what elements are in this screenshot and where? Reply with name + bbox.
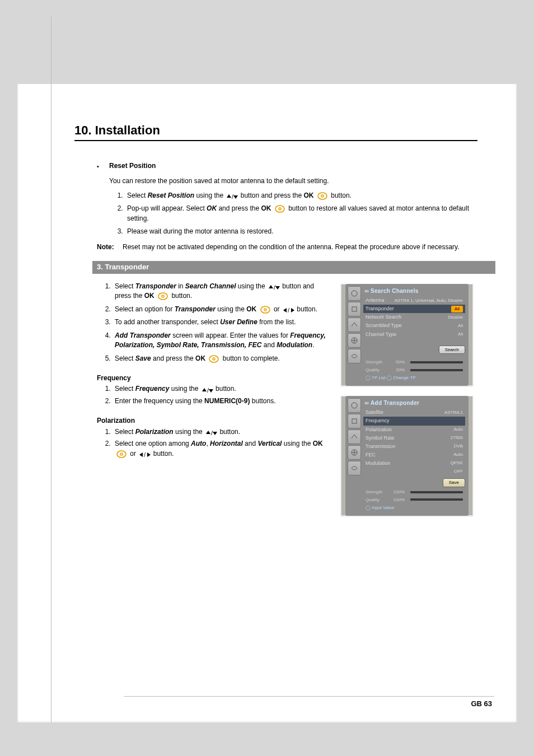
svg-point-10 [158, 293, 167, 300]
left-margin-column [17, 17, 51, 722]
meter-row: Strength 50% [363, 358, 465, 366]
svg-point-18 [213, 358, 215, 360]
osd-hint: ◯ TP List ◯ Change TP [363, 374, 465, 382]
table-row: TransponderAll [363, 305, 465, 313]
osd-title: ›››Search Channels [363, 286, 465, 297]
ok-button-icon [259, 305, 271, 314]
bullet-icon [97, 161, 109, 171]
ok-button-icon [208, 354, 220, 363]
leftright-arrow-icon: / [138, 449, 151, 459]
svg-point-25 [117, 451, 126, 458]
list-item: Pop-up will appear. Select OK and press … [125, 204, 477, 223]
osd-title: ›››Add Transponder [363, 398, 465, 409]
svg-text:/: / [232, 193, 234, 200]
list-item: Add Transponder screen will appear. Ente… [113, 331, 332, 351]
list-item: Select Polarization using the / button. [113, 427, 332, 437]
osd-search-channels: ›››Search Channels AntennaASTRA 1, Unive… [341, 284, 473, 386]
sidebar-icon [348, 430, 361, 444]
list-item: Select one option among Auto, Horizontal… [113, 439, 332, 459]
section-rule [74, 140, 477, 141]
svg-marker-0 [227, 194, 231, 198]
list-item: Select an option for Transponder using t… [113, 305, 332, 315]
svg-point-4 [321, 195, 324, 197]
bullet-label: Reset Position [109, 161, 156, 171]
sidebar-icon [348, 349, 361, 363]
table-row: Network SearchDisable [363, 313, 465, 321]
table-row: FECAuto [363, 451, 465, 459]
osd-search-button: Search [439, 346, 465, 354]
list-item: Select Transponder in Search Channel usi… [113, 282, 332, 301]
svg-marker-9 [275, 286, 280, 290]
sidebar-icon [348, 414, 361, 428]
table-row: Channel TypeAll [363, 330, 465, 339]
svg-marker-24 [213, 432, 217, 435]
note-block: Note: Reset may not be activated dependi… [97, 242, 477, 252]
updown-arrow-icon: / [205, 427, 217, 437]
svg-point-11 [162, 295, 164, 297]
svg-text:/: / [274, 284, 276, 291]
svg-point-17 [209, 356, 218, 362]
svg-point-3 [318, 193, 327, 199]
osd-hint: ◯ Input Value [363, 503, 465, 512]
bullet-reset-position: Reset Position [97, 161, 477, 171]
osd-add-transponder: ›››Add Transponder SatelliteASTRA 1 Freq… [341, 396, 473, 516]
svg-text:/: / [288, 307, 290, 314]
frequency-heading: Frequency [97, 374, 332, 383]
svg-point-6 [279, 208, 281, 210]
svg-marker-21 [209, 389, 213, 393]
svg-point-5 [275, 206, 284, 212]
section-title: 10. Installation [74, 88, 494, 138]
list-item: Select Reset Position using the / button… [125, 191, 477, 201]
svg-marker-7 [269, 285, 273, 288]
table-row: PolarizationAuto [363, 426, 465, 434]
list-item: Select Frequency using the / button. [113, 384, 332, 394]
table-row: Symbol Rate27500 [363, 434, 465, 442]
meter-row: Quality 100% [363, 496, 465, 504]
sidebar-icon [348, 445, 361, 460]
updown-arrow-icon: / [226, 191, 238, 200]
ok-button-icon [316, 191, 329, 200]
page-number: GB 63 [471, 699, 492, 708]
svg-marker-14 [283, 308, 287, 312]
table-row: TransmissionDVB [363, 442, 465, 451]
updown-arrow-icon: / [268, 282, 280, 291]
table-row: SatelliteASTRA 1 [363, 408, 465, 417]
sidebar-icon [348, 461, 361, 475]
svg-text:/: / [211, 430, 213, 436]
svg-marker-2 [233, 195, 238, 199]
svg-point-26 [120, 453, 123, 455]
reset-intro: You can restore the position saved at mo… [109, 176, 477, 186]
table-row: AntennaASTRA 1, Universal, Auto, Disable [363, 296, 465, 305]
sidebar-icon [348, 398, 361, 413]
table-row: Frequency [363, 417, 465, 425]
polarization-heading: Polarization [97, 416, 332, 426]
list-item: To add another transponder, select User … [113, 318, 332, 327]
ok-button-icon [157, 291, 169, 301]
svg-point-30 [352, 291, 357, 296]
svg-rect-31 [352, 307, 357, 311]
svg-marker-19 [202, 388, 207, 391]
svg-point-33 [352, 403, 357, 408]
svg-rect-34 [352, 419, 357, 423]
svg-marker-27 [139, 452, 143, 457]
svg-text:/: / [144, 451, 146, 458]
svg-point-12 [261, 306, 270, 313]
svg-marker-29 [147, 452, 151, 457]
updown-arrow-icon: / [201, 385, 213, 394]
svg-marker-22 [206, 431, 210, 434]
sidebar-icon [348, 286, 361, 301]
leftright-arrow-icon: / [282, 305, 294, 314]
sidebar-icon [348, 302, 361, 316]
osd-save-button: Save [443, 478, 465, 487]
sidebar-icon [348, 318, 361, 332]
sidebar-icon [348, 333, 361, 348]
svg-text:/: / [207, 387, 209, 394]
table-row: ModulationQPSK [363, 459, 465, 468]
table-row: OFF [363, 468, 465, 475]
table-row: Scrambled TypeAll [363, 321, 465, 330]
note-text: Reset may not be activated depending on … [123, 242, 460, 252]
meter-row: Quality 30% [363, 366, 465, 374]
top-grey-bar [17, 17, 517, 84]
meter-row: Strength 100% [363, 488, 465, 496]
subheading-transponder: 3. Transponder [92, 261, 495, 274]
